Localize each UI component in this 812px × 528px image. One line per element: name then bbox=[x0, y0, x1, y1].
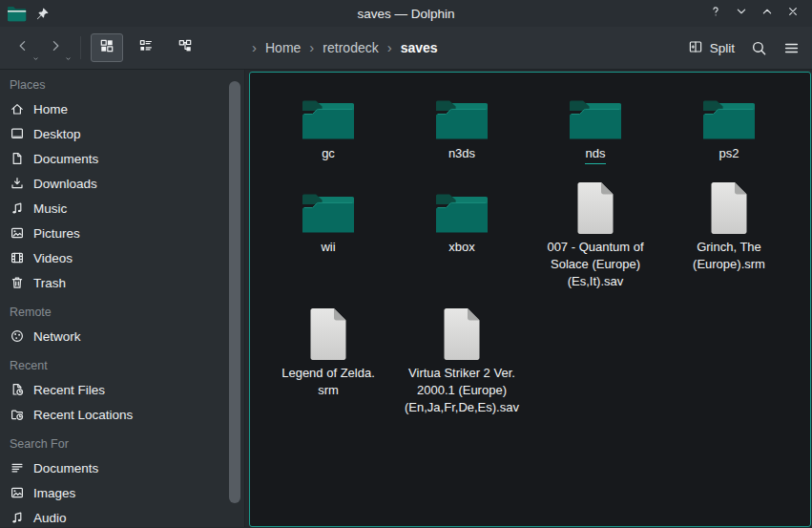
sidebar-item-images[interactable]: Images bbox=[0, 480, 244, 505]
file-item-007-quantum-of[interactable]: 007 - Quantum ofSolace (Europe)(Es,It).s… bbox=[529, 174, 662, 300]
section-header-recent: Recent bbox=[0, 354, 244, 377]
folder-icon bbox=[301, 180, 356, 235]
split-button[interactable]: Split bbox=[688, 39, 735, 57]
view-wrap: gc n3ds nds ps2 bbox=[245, 70, 812, 527]
breadcrumb: ›Home›retrodeck›saves bbox=[252, 27, 438, 69]
forward-button[interactable] bbox=[42, 34, 69, 61]
breadcrumb-item-retrodeck[interactable]: retrodeck bbox=[323, 40, 378, 55]
sidebar-item-network[interactable]: Network bbox=[0, 324, 244, 348]
section-header-places: Places bbox=[0, 74, 244, 96]
file-item-grinch-the[interactable]: Grinch, The(Europe).srm bbox=[662, 174, 796, 300]
file-icon bbox=[441, 306, 483, 361]
details-view-icon bbox=[138, 38, 154, 57]
file-icon bbox=[708, 180, 750, 235]
sidebar-item-videos[interactable]: Videos bbox=[0, 245, 244, 270]
file-grid: gc n3ds nds ps2 bbox=[250, 73, 810, 426]
file-icon bbox=[574, 180, 616, 235]
sidebar-scrollbar[interactable] bbox=[229, 81, 240, 503]
titlebar-left bbox=[0, 6, 50, 22]
sidebar-item-label: Images bbox=[33, 486, 75, 500]
image-icon bbox=[10, 485, 25, 500]
file-item-virtua-striker-2-ver[interactable]: Virtua Striker 2 Ver.2000.1 (Europe)(En,… bbox=[395, 300, 529, 426]
caret-down-icon bbox=[32, 55, 39, 62]
details-view-button[interactable] bbox=[130, 33, 162, 62]
menu-button[interactable] bbox=[783, 40, 800, 56]
section-header-search-for: Search For bbox=[0, 433, 244, 455]
close-button[interactable] bbox=[785, 6, 801, 21]
image-icon bbox=[10, 225, 25, 241]
folder-item-n3ds[interactable]: n3ds bbox=[395, 80, 529, 174]
breadcrumb-item-home[interactable]: Home bbox=[265, 40, 301, 55]
sidebar-item-label: Pictures bbox=[33, 226, 80, 241]
file-item-legend-of-zelda[interactable]: Legend of Zelda.srm bbox=[261, 300, 395, 426]
sidebar-item-label: Documents bbox=[33, 461, 98, 475]
window-title: saves — Dolphin bbox=[0, 7, 812, 21]
section-header-remote: Remote bbox=[0, 301, 244, 324]
close-icon bbox=[786, 5, 800, 22]
help-icon bbox=[709, 5, 722, 22]
toolbar-right: Split bbox=[688, 39, 812, 57]
sidebar-item-downloads[interactable]: Downloads bbox=[0, 171, 244, 196]
split-view-icon bbox=[688, 39, 703, 57]
folder-item-ps2[interactable]: ps2 bbox=[662, 80, 796, 174]
recent-file-icon bbox=[10, 382, 25, 397]
sidebar-item-audio[interactable]: Audio bbox=[0, 505, 244, 527]
folder-item-nds[interactable]: nds bbox=[529, 80, 662, 174]
recent-folder-icon bbox=[10, 407, 25, 422]
toolbar-separator bbox=[80, 36, 81, 59]
folder-item-xbox[interactable]: xbox bbox=[395, 174, 529, 300]
download-icon bbox=[10, 176, 25, 191]
sidebar-item-pictures[interactable]: Pictures bbox=[0, 221, 244, 245]
maximize-button[interactable] bbox=[760, 6, 775, 21]
toolbar: ›Home›retrodeck›saves Split bbox=[0, 27, 812, 70]
folder-icon bbox=[701, 86, 757, 141]
back-button[interactable] bbox=[10, 34, 36, 61]
sidebar-item-documents[interactable]: Documents bbox=[0, 146, 244, 171]
item-label: Virtua Striker 2 Ver.2000.1 (Europe)(En,… bbox=[405, 365, 519, 416]
folder-icon bbox=[301, 86, 356, 141]
content-area: PlacesHomeDesktopDocumentsDownloadsMusic… bbox=[0, 70, 812, 527]
sidebar-item-trash[interactable]: Trash bbox=[0, 270, 244, 295]
icons-view-button[interactable] bbox=[91, 33, 123, 62]
help-button[interactable] bbox=[708, 6, 723, 21]
item-label: gc bbox=[322, 145, 335, 162]
sidebar-item-label: Videos bbox=[33, 251, 73, 265]
folder-icon bbox=[568, 86, 623, 141]
document-icon bbox=[10, 151, 25, 166]
desktop-icon bbox=[10, 126, 25, 141]
icons-view-icon bbox=[99, 38, 115, 57]
file-icon bbox=[307, 306, 349, 361]
sidebar-item-desktop[interactable]: Desktop bbox=[0, 121, 244, 146]
breadcrumb-separator-icon: › bbox=[387, 40, 392, 56]
sidebar-item-label: Desktop bbox=[33, 127, 81, 141]
sidebar-item-label: Trash bbox=[33, 276, 66, 290]
item-label: Grinch, The(Europe).srm bbox=[693, 239, 765, 273]
folder-item-gc[interactable]: gc bbox=[261, 80, 395, 174]
caret-down-icon bbox=[65, 55, 72, 62]
item-label: 007 - Quantum ofSolace (Europe)(Es,It).s… bbox=[547, 239, 643, 290]
item-label: xbox bbox=[448, 239, 474, 256]
home-icon bbox=[10, 101, 25, 116]
folder-item-wii[interactable]: wii bbox=[261, 174, 395, 300]
sidebar-item-recent-files[interactable]: Recent Files bbox=[0, 377, 244, 402]
window-controls bbox=[708, 6, 812, 21]
sidebar-item-home[interactable]: Home bbox=[0, 96, 244, 121]
minimize-button[interactable] bbox=[734, 6, 749, 21]
sidebar-item-label: Recent Locations bbox=[33, 408, 133, 422]
sidebar-item-music[interactable]: Music bbox=[0, 196, 244, 221]
tree-view-icon bbox=[177, 38, 193, 57]
folder-icon bbox=[434, 86, 489, 141]
doc-lines-icon bbox=[10, 460, 25, 475]
folder-icon bbox=[434, 180, 489, 235]
pin-icon[interactable] bbox=[35, 7, 50, 21]
sidebar-item-documents[interactable]: Documents bbox=[0, 455, 244, 480]
app-icon[interactable] bbox=[7, 6, 27, 22]
folder-view[interactable]: gc n3ds nds ps2 bbox=[249, 72, 811, 527]
search-button[interactable] bbox=[751, 40, 767, 56]
sidebar-item-recent-locations[interactable]: Recent Locations bbox=[0, 402, 244, 427]
compact-view-button[interactable] bbox=[169, 33, 201, 62]
chevron-right-icon bbox=[48, 38, 63, 57]
breadcrumb-item-saves[interactable]: saves bbox=[401, 40, 438, 55]
view-mode-buttons bbox=[91, 33, 201, 62]
minimize-icon bbox=[735, 5, 748, 22]
